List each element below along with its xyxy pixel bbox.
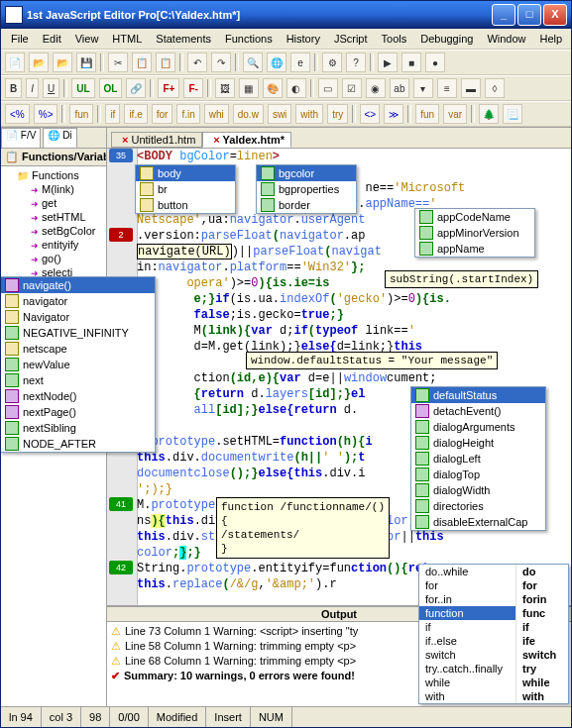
- tree-item[interactable]: get: [3, 196, 104, 210]
- list-item[interactable]: nextNode(): [1, 388, 155, 404]
- list-item[interactable]: detachEvent(): [411, 403, 545, 419]
- autocomplete-bg[interactable]: bgcolor bgproperties border: [256, 164, 357, 214]
- dow-button[interactable]: do.w: [233, 104, 264, 124]
- radio-button[interactable]: ◉: [366, 78, 386, 98]
- whi-button[interactable]: whi: [204, 104, 229, 124]
- list-item[interactable]: NEGATIVE_INFINITY: [1, 325, 155, 341]
- list-item[interactable]: ifif: [419, 620, 568, 634]
- list-item[interactable]: appCodeName: [415, 209, 534, 225]
- ie-button[interactable]: e: [290, 52, 310, 72]
- menu-jscript[interactable]: JScript: [328, 31, 374, 47]
- list-item[interactable]: next: [1, 372, 155, 388]
- tree-functions[interactable]: Functions: [3, 168, 104, 182]
- file-tab-1[interactable]: × Untitled1.htm: [111, 132, 202, 148]
- file-tab-2[interactable]: × Yaldex.htm*: [202, 132, 291, 148]
- snippet-popup[interactable]: do..whiledo forfor for..inforin function…: [418, 564, 569, 704]
- list-item[interactable]: netscape: [1, 341, 155, 357]
- list-item[interactable]: bgcolor: [257, 165, 356, 181]
- list-item[interactable]: functionfunc: [419, 606, 568, 620]
- menu-functions[interactable]: Functions: [219, 31, 279, 47]
- hidden-button[interactable]: ◊: [485, 78, 505, 98]
- var-button[interactable]: var: [443, 104, 467, 124]
- side-tab-fv[interactable]: 📄 F/V: [1, 128, 41, 148]
- brk1-button[interactable]: <>: [360, 104, 380, 124]
- list-item[interactable]: body: [136, 165, 235, 181]
- underline-button[interactable]: U: [43, 78, 59, 98]
- autocomplete-body[interactable]: body br button: [135, 164, 236, 214]
- color2-button[interactable]: ◐: [286, 78, 306, 98]
- list-item[interactable]: for..inforin: [419, 592, 568, 606]
- list-item[interactable]: button: [136, 197, 235, 213]
- break-button[interactable]: ●: [425, 52, 445, 72]
- close-button[interactable]: X: [543, 4, 567, 26]
- link-button[interactable]: 🔗: [126, 78, 146, 98]
- swi-button[interactable]: swi: [268, 104, 291, 124]
- list-item[interactable]: Navigator: [1, 309, 155, 325]
- debug-button[interactable]: ▶: [378, 52, 398, 72]
- font-minus-button[interactable]: F-: [183, 78, 202, 98]
- tree-item[interactable]: setBgColor: [3, 224, 104, 238]
- btn-button[interactable]: ▬: [461, 78, 481, 98]
- list-item[interactable]: br: [136, 181, 235, 197]
- text-button[interactable]: ab: [390, 78, 409, 98]
- menu-statements[interactable]: Statements: [150, 31, 217, 47]
- list-item[interactable]: whilewhile: [419, 676, 568, 689]
- autocomplete-navigate[interactable]: navigate() navigator Navigator NEGATIVE_…: [1, 276, 156, 453]
- redo-button[interactable]: ↷: [211, 52, 231, 72]
- fun-button[interactable]: fun: [69, 104, 93, 124]
- menu-html[interactable]: HTML: [106, 31, 148, 47]
- list-item[interactable]: forfor: [419, 578, 568, 592]
- list-item[interactable]: NODE_AFTER: [1, 436, 155, 452]
- menu-tools[interactable]: Tools: [376, 31, 413, 47]
- brk2-button[interactable]: ≫: [384, 104, 403, 124]
- list-item[interactable]: newValue: [1, 357, 155, 372]
- form-button[interactable]: ▭: [318, 78, 338, 98]
- list-item[interactable]: appMinorVersion: [415, 225, 534, 241]
- menu-view[interactable]: View: [69, 31, 105, 47]
- palette-button[interactable]: 🎨: [263, 78, 283, 98]
- tree-item[interactable]: setHTML: [3, 210, 104, 224]
- tree-button[interactable]: 🌲: [479, 104, 499, 124]
- list-item[interactable]: navigate(): [1, 277, 155, 293]
- find-button[interactable]: 🔍: [243, 52, 263, 72]
- list-item[interactable]: navigator: [1, 293, 155, 309]
- side-tab-di[interactable]: 🌐 Di: [43, 128, 76, 148]
- list-item[interactable]: do..whiledo: [419, 565, 568, 578]
- ol-button[interactable]: OL: [99, 78, 123, 98]
- open2-button[interactable]: 📂: [53, 52, 72, 72]
- tag-open-button[interactable]: <%: [5, 104, 30, 124]
- open-button[interactable]: 📂: [29, 52, 49, 72]
- list-item[interactable]: directories: [411, 498, 545, 514]
- list-item[interactable]: dialogTop: [411, 467, 545, 482]
- code-editor[interactable]: 35 2 38 40 41 42 <BODY bgColor=linen> IP…: [107, 149, 571, 605]
- list-item[interactable]: disableExternalCap: [411, 514, 545, 530]
- fun2-button[interactable]: fun: [415, 104, 439, 124]
- http-button[interactable]: 🌐: [267, 52, 286, 72]
- tree-item[interactable]: go(): [3, 252, 104, 265]
- autocomplete-app[interactable]: appCodeName appMinorVersion appName: [414, 208, 535, 258]
- list-item[interactable]: nextPage(): [1, 404, 155, 420]
- autocomplete-default[interactable]: defaultStatus detachEvent() dialogArgume…: [410, 386, 546, 531]
- menu-window[interactable]: Window: [481, 31, 531, 47]
- menu-file[interactable]: File: [5, 31, 35, 47]
- menu-help[interactable]: Help: [534, 31, 569, 47]
- image-button[interactable]: 🖼: [215, 78, 235, 98]
- list-item[interactable]: try..catch..finallytry: [419, 662, 568, 676]
- list-item[interactable]: dialogLeft: [411, 451, 545, 467]
- list-item[interactable]: appName: [415, 241, 534, 257]
- italic-button[interactable]: I: [26, 78, 39, 98]
- bold-button[interactable]: B: [5, 78, 22, 98]
- list-item[interactable]: dialogHeight: [411, 435, 545, 451]
- list-item[interactable]: withwith: [419, 689, 568, 703]
- tree-item[interactable]: M(link): [3, 182, 104, 196]
- options-button[interactable]: ⚙: [322, 52, 342, 72]
- menu-debugging[interactable]: Debugging: [414, 31, 479, 47]
- list-item[interactable]: nextSibling: [1, 420, 155, 436]
- ife-button[interactable]: if.e: [124, 104, 147, 124]
- menu-history[interactable]: History: [281, 31, 326, 47]
- for-button[interactable]: for: [152, 104, 173, 124]
- table-button[interactable]: ▦: [239, 78, 259, 98]
- list-item[interactable]: border: [257, 197, 356, 213]
- paste-button[interactable]: 📋: [156, 52, 175, 72]
- if-button[interactable]: if: [105, 104, 120, 124]
